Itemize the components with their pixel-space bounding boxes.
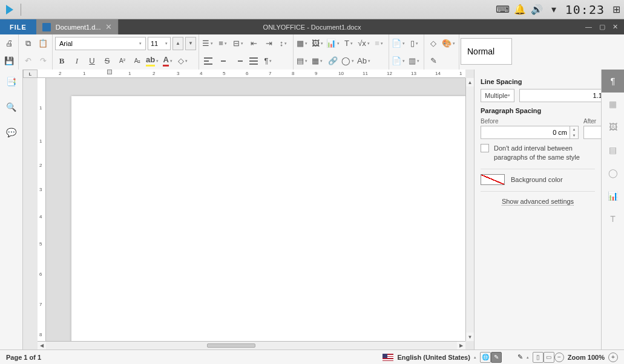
clear-style-button[interactable]: ◇	[427, 37, 440, 50]
print-button[interactable]: 🖨	[2, 37, 16, 50]
insert-link-button[interactable]: 🔗	[326, 54, 340, 68]
start-icon[interactable]	[6, 5, 13, 15]
spin-up-icon[interactable]: ▲	[570, 126, 578, 132]
strikethrough-button[interactable]: S	[100, 54, 114, 68]
navigation-icon[interactable]: 📑	[5, 76, 18, 88]
vertical-scrollbar[interactable]: ▲ ▼	[465, 78, 474, 341]
insert-chart-button[interactable]: 📊	[326, 37, 341, 50]
color-scheme-button[interactable]: 🎨	[442, 37, 456, 50]
review-mode-button[interactable]: ✎▴	[517, 353, 529, 361]
scroll-up-icon[interactable]: ▲	[466, 78, 474, 86]
page-margins-button[interactable]: ▯	[408, 37, 421, 50]
header-tab-icon[interactable]: ▤	[602, 138, 625, 161]
no-interval-checkbox[interactable]	[481, 144, 489, 152]
spacing-before-input[interactable]: ▲▼	[481, 126, 579, 139]
minimize-button[interactable]: —	[585, 23, 592, 31]
columns-button[interactable]: ▥	[408, 54, 421, 68]
table-tab-icon[interactable]: ▦	[602, 93, 625, 115]
scroll-right-icon[interactable]: ▶	[457, 342, 465, 349]
scroll-down-icon[interactable]: ▼	[466, 333, 474, 341]
textart-tab-icon[interactable]: T	[602, 207, 625, 230]
clock[interactable]: 10:23	[565, 2, 605, 17]
paragraph-style-select[interactable]: Normal	[461, 38, 512, 65]
document-page[interactable]	[71, 96, 465, 341]
document-viewport[interactable]	[46, 78, 465, 341]
align-left-button[interactable]	[202, 54, 215, 68]
superscript-button[interactable]: A²	[116, 54, 129, 68]
background-color-swatch[interactable]	[481, 174, 505, 185]
scroll-left-icon[interactable]: ◀	[38, 342, 46, 349]
font-color-button[interactable]: A	[162, 54, 175, 68]
fit-width-button[interactable]: ▭	[544, 352, 554, 363]
decrease-font-button[interactable]: ▼	[185, 37, 196, 50]
insert-textart-button[interactable]: Ab	[357, 54, 372, 68]
redo-button[interactable]: ↷	[36, 54, 50, 68]
italic-button[interactable]: I	[70, 54, 84, 68]
chart-tab-icon[interactable]: 📊	[602, 184, 625, 207]
comments-icon[interactable]: 💬	[5, 126, 18, 138]
ruler-corner[interactable]: L	[23, 70, 38, 78]
horizontal-ruler[interactable]: 2112345678910111213141	[38, 70, 465, 78]
bold-button[interactable]: B	[55, 54, 68, 68]
line-spacing-type-select[interactable]: Multiple ▾	[481, 89, 514, 102]
spin-down-icon[interactable]: ▼	[570, 132, 578, 138]
show-advanced-link[interactable]: Show advanced settings	[502, 198, 574, 206]
notifications-icon[interactable]: 🔔	[514, 4, 525, 15]
page-size-button[interactable]: 📄	[392, 37, 406, 50]
fit-page-button[interactable]: ▯	[533, 352, 544, 363]
insert-textbox-button[interactable]: T	[343, 37, 356, 50]
close-tab-icon[interactable]: ✕	[105, 22, 112, 31]
paragraph-tab-icon[interactable]: ¶	[602, 70, 625, 93]
horizontal-scrollbar[interactable]: ◀ ▶	[38, 341, 465, 349]
shape-tab-icon[interactable]: ◯	[602, 161, 625, 184]
increase-indent-button[interactable]: ⇥	[262, 37, 275, 50]
number-list-button[interactable]: ≡	[217, 37, 230, 50]
insert-equation-button[interactable]: √x	[358, 37, 371, 50]
track-changes-button[interactable]: ✎	[491, 352, 502, 363]
font-size-select[interactable]: 11 ▾	[148, 37, 171, 50]
page-info[interactable]: Page 1 of 1	[6, 354, 41, 361]
save-button[interactable]: 💾	[2, 54, 16, 68]
zoom-label[interactable]: Zoom 100%	[568, 354, 605, 361]
spellcheck-button[interactable]: 🌐	[480, 352, 491, 363]
shading-button[interactable]: ◇	[177, 54, 190, 68]
image-tab-icon[interactable]: 🖼	[602, 115, 625, 138]
line-spacing-value-field[interactable]	[519, 89, 609, 102]
decrease-indent-button[interactable]: ⇤	[247, 37, 260, 50]
insert-dropcap-button[interactable]: ≡	[373, 37, 386, 50]
copy-style-button[interactable]: ✎	[427, 54, 440, 68]
close-window-button[interactable]: ✕	[613, 23, 618, 31]
line-spacing-button[interactable]: ↕	[277, 37, 291, 50]
search-icon[interactable]: 🔍	[5, 101, 18, 113]
insert-shape-button[interactable]: ◯	[341, 54, 355, 68]
subscript-button[interactable]: A₂	[131, 54, 144, 68]
scroll-thumb[interactable]	[207, 343, 255, 348]
insert-footer-button[interactable]: ▦	[311, 54, 324, 68]
font-name-select[interactable]: Arial ▾	[55, 37, 146, 50]
file-menu-button[interactable]: FILE	[0, 19, 36, 34]
indent-marker[interactable]	[107, 70, 112, 74]
vertical-ruler[interactable]: 112345678	[38, 78, 46, 341]
keyboard-icon[interactable]: ⌨	[498, 4, 508, 15]
page-orientation-button[interactable]: 📄	[392, 54, 406, 68]
document-tab[interactable]: Document1.d... ✕	[36, 19, 119, 34]
language-selector[interactable]: English (United States) ▴	[383, 354, 476, 361]
copy-button[interactable]: ⧉	[21, 37, 34, 50]
spacing-before-field[interactable]	[481, 126, 570, 139]
undo-button[interactable]: ↶	[21, 54, 34, 68]
menu-icon[interactable]: ⊞	[611, 4, 622, 15]
dropdown-icon[interactable]: ▾	[548, 4, 559, 15]
align-center-button[interactable]	[217, 54, 230, 68]
align-justify-button[interactable]	[247, 54, 260, 68]
insert-header-button[interactable]: ▤	[296, 54, 309, 68]
maximize-button[interactable]: ▢	[599, 23, 605, 31]
volume-icon[interactable]: 🔊	[531, 4, 542, 15]
underline-button[interactable]: U	[85, 54, 99, 68]
paste-button[interactable]: 📋	[36, 37, 50, 50]
increase-font-button[interactable]: ▲	[172, 37, 183, 50]
zoom-out-button[interactable]: −	[554, 353, 564, 362]
insert-table-button[interactable]: ▦	[296, 37, 309, 50]
insert-image-button[interactable]: 🖼	[311, 37, 324, 50]
highlight-button[interactable]: ab	[146, 54, 160, 68]
align-right-button[interactable]	[232, 54, 245, 68]
